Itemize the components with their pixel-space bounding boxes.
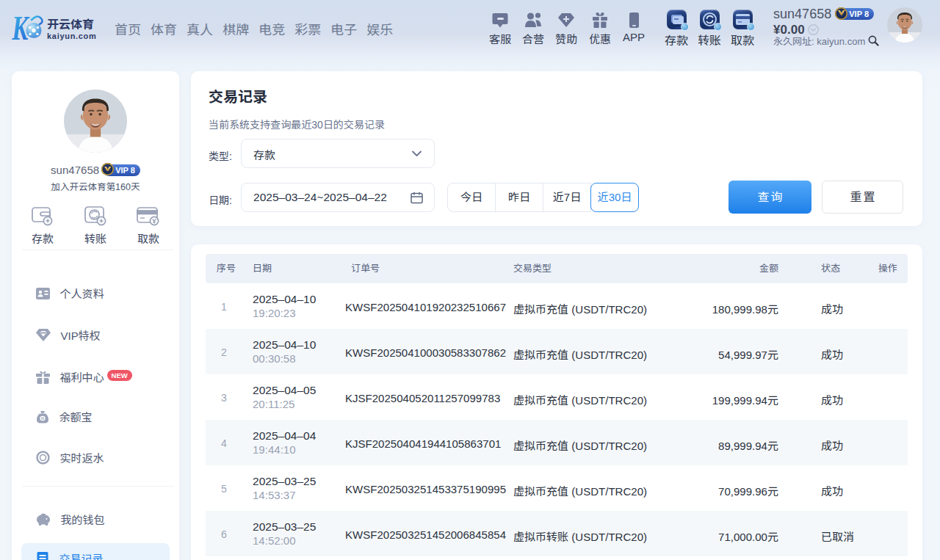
svg-text:开云体育: 开云体育 (47, 15, 94, 32)
svg-text:kaiyun.com: kaiyun.com (47, 32, 97, 40)
